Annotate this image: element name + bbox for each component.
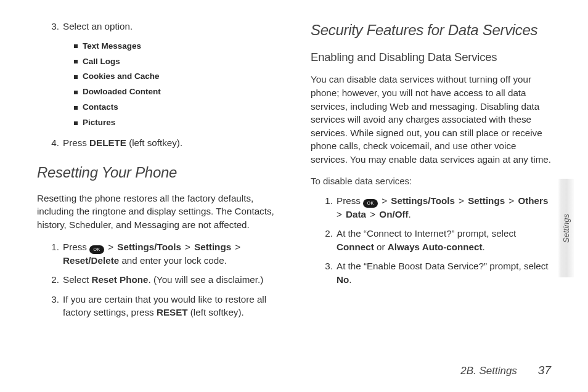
menu-path-item: Connect	[337, 242, 374, 252]
ok-button-icon: OK	[89, 245, 104, 254]
square-bullet-icon	[74, 121, 78, 125]
subheading-enable-disable: Enabling and Disabling Data Services	[311, 49, 555, 65]
square-bullet-icon	[74, 75, 78, 79]
step-text: At the “Connect to Internet?” prompt, se…	[337, 227, 555, 253]
step-number: 1.	[49, 240, 63, 267]
option-label: Text Messages	[83, 39, 141, 54]
option-label: Call Logs	[83, 55, 120, 69]
step-3: 3. Select an option.	[37, 20, 281, 33]
chevron-separator: >	[231, 242, 242, 252]
heading-security: Security Features for Data Services	[311, 20, 555, 41]
text-run: At the “Connect to Internet?” prompt, se…	[337, 228, 516, 239]
option-label: Pictures	[83, 116, 115, 130]
section-tab: Settings	[558, 179, 574, 277]
menu-path-item: Others	[518, 195, 548, 206]
disable-step-1: 1. Press OK > Settings/Tools > Settings …	[311, 194, 555, 221]
disable-step-3: 3. At the “Enable Boost Data Service?” p…	[311, 259, 555, 286]
menu-path-item: Settings/Tools	[391, 195, 455, 206]
paragraph: You can disable data services without tu…	[311, 73, 555, 166]
menu-path-item: Always Auto-connect	[388, 242, 483, 252]
square-bullet-icon	[74, 106, 78, 110]
option-label: Dowloaded Content	[83, 85, 161, 99]
text-run: Press	[63, 137, 89, 148]
square-bullet-icon	[74, 44, 78, 48]
ok-button-icon: OK	[363, 199, 378, 208]
list-item: Contacts	[74, 100, 281, 115]
reset-step-2: 2. Select Reset Phone. (You will see a d…	[37, 273, 281, 287]
menu-path-item: Settings	[194, 242, 231, 252]
text-run: .	[483, 242, 485, 252]
text-run: .	[409, 209, 411, 219]
reset-step-3: 3. If you are certain that you would lik…	[37, 293, 281, 319]
list-item: Cookies and Cache	[74, 70, 281, 84]
paragraph: Resetting the phone restores all the fac…	[37, 192, 281, 232]
menu-path-item: No	[337, 274, 349, 285]
step-text: Press OK > Settings/Tools > Settings > O…	[337, 194, 555, 221]
step-text: Select Reset Phone. (You will see a disc…	[63, 273, 281, 287]
step-number: 3.	[323, 259, 337, 286]
menu-path-item: Reset/Delete	[63, 255, 119, 266]
chevron-separator: >	[505, 195, 518, 206]
square-bullet-icon	[74, 60, 78, 63]
step-text: If you are certain that you would like t…	[63, 293, 281, 319]
right-column: Security Features for Data Services Enab…	[311, 20, 555, 345]
page-body: 3. Select an option. Text Messages Call …	[0, 0, 588, 345]
footer-page-number: 37	[538, 364, 551, 377]
step-text: At the “Enable Boost Data Service?” prom…	[337, 259, 555, 286]
step-number: 2.	[49, 273, 63, 287]
key-label: RESET	[157, 307, 188, 317]
menu-path-item: Reset Phone	[91, 274, 148, 285]
list-item: Pictures	[74, 116, 281, 130]
option-label: Cookies and Cache	[83, 70, 160, 84]
list-item: Call Logs	[74, 55, 281, 69]
text-run: .	[349, 274, 351, 285]
step-number: 3.	[49, 20, 63, 33]
step-text: Press OK > Settings/Tools > Settings > R…	[63, 240, 281, 267]
list-item: Text Messages	[74, 39, 281, 54]
square-bullet-icon	[74, 91, 78, 94]
list-item: Dowloaded Content	[74, 85, 281, 99]
menu-path-item: On/Off	[379, 209, 408, 219]
text-run: Press	[337, 195, 363, 206]
section-tab-label: Settings	[561, 214, 571, 243]
lead-line: To disable data services:	[311, 174, 555, 187]
step-number: 2.	[323, 227, 337, 253]
text-run: At the “Enable Boost Data Service?” prom…	[337, 261, 549, 271]
text-run: or	[374, 242, 388, 252]
chevron-separator: >	[378, 195, 391, 206]
footer-section: 2B. Settings	[460, 365, 517, 377]
heading-resetting: Resetting Your Phone	[37, 162, 281, 183]
text-run: (left softkey).	[126, 137, 182, 148]
step-text: Press DELETE (left softkey).	[63, 136, 281, 150]
reset-step-1: 1. Press OK > Settings/Tools > Settings …	[37, 240, 281, 267]
menu-path-item: Settings	[468, 195, 505, 206]
step-4: 4. Press DELETE (left softkey).	[37, 136, 281, 150]
menu-path-item: Settings/Tools	[117, 242, 181, 252]
text-run: . (You will see a disclaimer.)	[148, 274, 263, 285]
text-run: Select	[63, 274, 91, 285]
chevron-separator: >	[104, 242, 117, 252]
text-run: and enter your lock code.	[119, 255, 227, 266]
key-label: DELETE	[89, 137, 126, 148]
step-number: 4.	[49, 136, 63, 150]
chevron-separator: >	[455, 195, 468, 206]
options-list: Text Messages Call Logs Cookies and Cach…	[37, 39, 281, 131]
page-footer: 2B. Settings 37	[460, 364, 551, 377]
left-column: 3. Select an option. Text Messages Call …	[37, 20, 281, 345]
text-run: Press	[63, 242, 89, 252]
step-number: 1.	[323, 194, 337, 221]
step-number: 3.	[49, 293, 63, 319]
menu-path-item: Data	[346, 209, 366, 219]
chevron-separator: >	[181, 242, 194, 252]
disable-step-2: 2. At the “Connect to Internet?” prompt,…	[311, 227, 555, 253]
step-text: Select an option.	[63, 20, 281, 33]
chevron-separator: >	[366, 209, 379, 219]
option-label: Contacts	[83, 100, 118, 115]
text-run: (left softkey).	[188, 307, 244, 317]
